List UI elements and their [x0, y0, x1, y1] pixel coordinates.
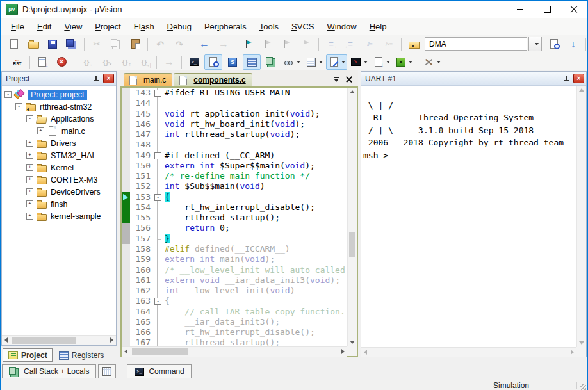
memory-window-button[interactable] [304, 54, 325, 70]
code-line[interactable]: 165 __iar_data_init3(); [122, 317, 347, 327]
analysis-window-button[interactable] [348, 54, 370, 70]
code-line[interactable]: 158#elif defined(__ICCARM__) [122, 244, 347, 254]
disassembly-window-button[interactable] [204, 54, 222, 70]
uncomment-button[interactable] [380, 37, 398, 52]
call-stack-locals-tab[interactable]: Call Stack + Locals [2, 364, 96, 378]
editor-horizontal-scrollbar[interactable] [122, 346, 347, 357]
scroll-left-icon[interactable] [364, 350, 367, 355]
code-line[interactable]: 143-#ifdef RT_USING_USER_MAIN [122, 88, 347, 98]
pin-icon[interactable] [562, 74, 571, 83]
code-editor[interactable]: 143-#ifdef RT_USING_USER_MAIN144145void … [122, 88, 347, 346]
cut-button[interactable] [88, 37, 106, 52]
show-next-statement-button[interactable] [33, 54, 51, 70]
scroll-right-icon[interactable] [110, 337, 113, 343]
chevron-down-icon[interactable] [409, 61, 412, 63]
unindent-button[interactable] [341, 37, 359, 52]
code-line[interactable]: 144 [122, 98, 347, 108]
code-line[interactable]: 147int rtthread_startup(void); [122, 129, 347, 140]
pin-icon[interactable] [92, 74, 101, 83]
clear-bookmarks-button[interactable] [297, 37, 315, 52]
bottom-tab-project[interactable]: Project [3, 348, 53, 362]
step-over-button[interactable] [97, 54, 115, 70]
tab-main-c[interactable]: main.c [124, 73, 172, 86]
code-line[interactable]: 149-#if defined (__CC_ARM) [122, 150, 347, 161]
uart-output-area[interactable]: \ | / - RT - Thread Operating System / |… [361, 86, 586, 357]
debug-toolbox-button[interactable] [421, 54, 443, 70]
code-line[interactable]: 146void rt_hw_board_init(void); [122, 119, 347, 129]
insert-bookmark-button[interactable] [240, 37, 257, 52]
menu-edit[interactable]: Edit [31, 19, 58, 34]
scrollbar-thumb[interactable] [349, 232, 355, 257]
tree-item-project-project[interactable]: -Project: project [2, 88, 116, 101]
incremental-find-button[interactable] [564, 37, 582, 52]
expand-toggle[interactable]: + [26, 152, 33, 159]
navigate-forward-button[interactable] [215, 37, 233, 52]
find-button[interactable] [545, 37, 563, 52]
run-button[interactable] [160, 54, 178, 70]
tree-item-main-c[interactable]: +main.c [2, 125, 116, 137]
save-all-button[interactable] [63, 37, 81, 52]
call-stack-window-button[interactable] [262, 54, 280, 70]
copy-button[interactable] [107, 37, 125, 52]
code-line[interactable]: 150extern int $Super$$main(void); [122, 161, 347, 171]
uart-panel-close-icon[interactable] [573, 74, 584, 83]
menu-help[interactable]: Help [363, 19, 393, 34]
tree-item-kernel[interactable]: +Kernel [2, 161, 116, 174]
expand-toggle[interactable]: + [26, 176, 33, 183]
project-panel-close-icon[interactable] [103, 74, 114, 83]
tree-item-devicedrivers[interactable]: +DeviceDrivers [2, 186, 116, 198]
code-line[interactable]: 145void rt_application_init(void); [122, 109, 347, 119]
registers-window-button[interactable] [243, 54, 261, 70]
previous-bookmark-button[interactable] [259, 37, 277, 52]
serial-window-button[interactable] [326, 54, 347, 70]
expand-toggle[interactable]: + [37, 127, 44, 134]
fold-toggle[interactable]: - [154, 152, 161, 159]
chevron-down-icon[interactable] [386, 61, 390, 63]
maximize-button[interactable] [534, 1, 560, 18]
code-line[interactable]: 157} [122, 234, 347, 244]
expand-toggle[interactable]: + [26, 140, 33, 147]
code-line[interactable]: 166 rt_hw_interrupt_disable(); [122, 327, 347, 337]
command-window-button[interactable] [185, 54, 203, 70]
scroll-left-icon[interactable] [4, 337, 8, 343]
uart-vertical-scrollbar[interactable] [576, 86, 586, 347]
system-viewer-button[interactable] [393, 54, 414, 70]
scroll-up-icon[interactable] [350, 90, 355, 93]
code-line[interactable]: 155 rtthread_startup(); [122, 213, 347, 223]
code-line[interactable]: 163-{ [122, 296, 347, 306]
menu-flash[interactable]: Flash [127, 19, 161, 34]
indent-button[interactable] [322, 37, 340, 52]
editor-vertical-scrollbar[interactable] [347, 88, 357, 346]
code-line[interactable]: 151/* re-define main function */ [122, 171, 347, 181]
code-line[interactable]: 164 // call IAR table copy function. [122, 307, 347, 317]
reset-button[interactable] [8, 54, 26, 70]
chevron-down-icon[interactable] [341, 61, 345, 63]
code-line[interactable]: 153-{ [122, 192, 347, 202]
tree-item-cortex-m3[interactable]: +CORTEX-M3 [2, 174, 116, 186]
tree-item-stm32-hal[interactable]: +STM32_HAL [2, 149, 116, 161]
chevron-down-icon[interactable] [364, 61, 368, 63]
code-line[interactable]: 159extern int main(void); [122, 254, 347, 264]
menu-file[interactable]: File [4, 19, 31, 34]
step-out-button[interactable] [116, 54, 134, 70]
tree-item-finsh[interactable]: +finsh [2, 198, 116, 210]
expand-toggle[interactable]: + [26, 188, 33, 195]
uart-horizontal-scrollbar[interactable] [361, 347, 576, 357]
scroll-right-icon[interactable] [571, 350, 574, 355]
collapse-toggle[interactable]: - [26, 115, 33, 122]
code-line[interactable]: 160/* __low_level_init will auto called … [122, 265, 347, 275]
code-line[interactable]: 148 [122, 140, 347, 150]
scroll-right-icon[interactable] [341, 349, 345, 354]
fold-toggle[interactable]: - [154, 194, 161, 201]
close-document-icon[interactable] [344, 74, 354, 85]
memory-window-tab[interactable] [98, 364, 116, 378]
trace-window-button[interactable] [371, 54, 392, 70]
menu-view[interactable]: View [58, 19, 88, 34]
collapse-toggle[interactable]: - [4, 91, 12, 98]
minimize-button[interactable] [507, 1, 534, 18]
code-line[interactable]: 161extern void __iar_data_init3(void); [122, 275, 347, 286]
chevron-down-icon[interactable] [319, 61, 323, 63]
scroll-left-icon[interactable] [124, 349, 127, 354]
save-button[interactable] [44, 37, 61, 52]
tree-item-kernel-sample[interactable]: +kernel-sample [2, 210, 116, 222]
